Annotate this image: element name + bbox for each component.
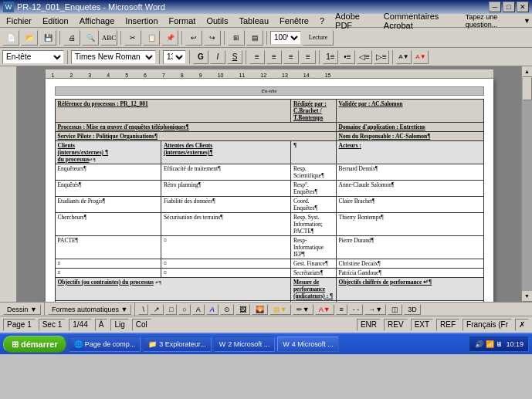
- save-button[interactable]: 💾: [39, 30, 56, 46]
- undo-button[interactable]: ↩: [185, 30, 202, 46]
- font-select[interactable]: Times New Roman: [71, 50, 156, 64]
- textbox-button[interactable]: A: [192, 304, 205, 315]
- line-button[interactable]: \: [138, 304, 148, 315]
- menu-adobe[interactable]: Adobe PDF: [330, 11, 378, 31]
- align-justify-button[interactable]: ≡: [300, 50, 316, 64]
- table-row: Gagner en efficacité¶ Respect des délais…: [55, 301, 483, 303]
- table-row: PACTE¶ ¤ Resp-Informatique IEP¶ Pierre D…: [55, 236, 483, 259]
- menu-help[interactable]: ?: [315, 15, 329, 26]
- responsable-label: Nom du Responsable : AC-Salomon¶: [339, 133, 431, 140]
- document-area: 123456789101112131415 En-tête Référence …: [0, 66, 532, 302]
- horizontal-ruler: 123456789101112131415: [46, 69, 493, 79]
- attente-cell: ¤: [161, 269, 290, 278]
- start-button[interactable]: ⊞ démarrer: [3, 336, 66, 353]
- pages-label: 1/44: [73, 320, 87, 329]
- scroll-down-button[interactable]: ▼: [522, 291, 533, 302]
- scroll-up-button[interactable]: ▲: [522, 66, 533, 77]
- acteur-cell: Christine Decaix¶: [336, 259, 483, 269]
- line-color-button[interactable]: ✏▼: [293, 304, 313, 315]
- start-label: démarrer: [21, 340, 58, 349]
- align-center-button[interactable]: ≡: [266, 50, 282, 64]
- document-scroll[interactable]: 123456789101112131415 En-tête Référence …: [17, 66, 521, 302]
- font-color-button[interactable]: A▼: [413, 50, 429, 64]
- redo-button[interactable]: ↪: [204, 30, 221, 46]
- vertical-scrollbar[interactable]: ▲ ▼: [521, 66, 532, 302]
- open-button[interactable]: 📂: [21, 30, 38, 46]
- client-cell: Enquêtés¶: [55, 181, 161, 197]
- rectangle-button[interactable]: □: [165, 304, 177, 315]
- menu-affichage[interactable]: Affichage: [75, 15, 120, 26]
- taskbar-item-word2[interactable]: W 2 Microsoft ...: [214, 336, 276, 352]
- acteur-cell: Pierre Durand¶: [336, 236, 483, 259]
- numbering-button[interactable]: 1≡: [323, 50, 338, 64]
- table-row: Processus : Mise en œuvre d'enquêtes tél…: [55, 123, 483, 132]
- zoom-select[interactable]: 100%: [270, 31, 301, 45]
- arrow-style-button[interactable]: →▼: [364, 304, 386, 315]
- italic-button[interactable]: I: [210, 50, 225, 64]
- section-label: Sec 1: [42, 320, 63, 329]
- table-button[interactable]: ⊞: [228, 30, 245, 46]
- process-label: Processus : Mise en œuvre d'enquêtes tél…: [58, 123, 189, 130]
- taskbar-item-explorer[interactable]: 📁 3 Explorateur...: [143, 336, 212, 352]
- wordart-button[interactable]: A: [206, 304, 219, 315]
- dash-style-button[interactable]: - -: [349, 304, 364, 315]
- underline-button[interactable]: S: [227, 50, 242, 64]
- taskbar-item-pagecomp[interactable]: 🌐 Page de comp...: [69, 336, 141, 352]
- section-status: Sec 1: [39, 319, 66, 331]
- menu-tableau[interactable]: Tableau: [235, 15, 274, 26]
- table-row: Enquêtés¶ Rétro planning¶ Resp°. Enquête…: [55, 181, 483, 197]
- line-status: Lig: [110, 319, 128, 331]
- indent-decrease-button[interactable]: ◁≡: [357, 50, 372, 64]
- maximize-button[interactable]: □: [503, 2, 515, 12]
- 3d-button[interactable]: 3D: [404, 304, 421, 315]
- arrow-button[interactable]: ↗: [150, 304, 164, 315]
- empty-header: ¶: [290, 141, 336, 164]
- diagram-button[interactable]: ⊙: [220, 304, 234, 315]
- spell-button[interactable]: ABC: [100, 30, 117, 46]
- font-color-draw-button[interactable]: A▼: [315, 304, 334, 315]
- oval-button[interactable]: ○: [178, 304, 190, 315]
- line-style-button[interactable]: ≡: [336, 304, 347, 315]
- clipart-button[interactable]: 🖼: [236, 304, 250, 315]
- taskbar: ⊞ démarrer 🌐 Page de comp... 📁 3 Explora…: [0, 333, 532, 354]
- draw-menu-button[interactable]: Dessin ▼: [3, 304, 41, 315]
- fill-color-button[interactable]: ▤▼: [269, 304, 291, 315]
- read-button[interactable]: Lecture: [303, 30, 334, 46]
- scroll-track[interactable]: [522, 77, 533, 291]
- scroll-thumb[interactable]: [523, 77, 532, 100]
- taskbar-item-word4[interactable]: W 4 Microsoft ...: [277, 336, 339, 352]
- redige-cell: Rédigée par : C.Brachet / T.Bontemps: [290, 100, 336, 123]
- highlight-button[interactable]: A▼: [396, 50, 412, 64]
- shapes-menu-button[interactable]: Formes automatiques ▼: [48, 304, 131, 315]
- picture-button[interactable]: 🌄: [252, 304, 268, 315]
- close-button[interactable]: ✕: [517, 2, 529, 12]
- taskbar-label-2: 3 Explorateur...: [159, 340, 206, 348]
- paste-button[interactable]: 📌: [161, 30, 178, 46]
- shadow-button[interactable]: ◫: [388, 304, 402, 315]
- fontsize-select[interactable]: 13: [163, 50, 186, 64]
- bold-button[interactable]: G: [193, 50, 208, 64]
- menu-fichier[interactable]: Fichier: [2, 15, 36, 26]
- new-button[interactable]: 📄: [2, 30, 19, 46]
- menu-insertion[interactable]: Insertion: [120, 15, 162, 26]
- client-cell: Enquêteurs¶: [55, 164, 161, 181]
- minimize-button[interactable]: ─: [489, 2, 501, 12]
- menu-edition[interactable]: Edition: [38, 15, 73, 26]
- attente-cell: ¤: [161, 236, 290, 259]
- copy-button[interactable]: 📋: [143, 30, 160, 46]
- preview-button[interactable]: 🔍: [82, 30, 99, 46]
- style-select[interactable]: En-tête: [2, 50, 64, 64]
- indent-increase-button[interactable]: ▷≡: [374, 50, 389, 64]
- menu-outils[interactable]: Outils: [202, 15, 232, 26]
- app-icon: W: [3, 2, 14, 12]
- print-button[interactable]: 🖨: [63, 30, 80, 46]
- menu-commentaires[interactable]: Commentaires Acrobat: [379, 11, 463, 31]
- align-left-button[interactable]: ≡: [249, 50, 265, 64]
- menu-format[interactable]: Format: [164, 15, 201, 26]
- align-right-button[interactable]: ≡: [283, 50, 299, 64]
- cut-button[interactable]: ✂: [124, 30, 141, 46]
- bullets-button[interactable]: •≡: [340, 50, 355, 64]
- document-table: Référence du processus : PR_12_001 Rédig…: [55, 99, 484, 302]
- menu-fenetre[interactable]: Fenêtre: [275, 15, 313, 26]
- columns-button[interactable]: ▤: [246, 30, 263, 46]
